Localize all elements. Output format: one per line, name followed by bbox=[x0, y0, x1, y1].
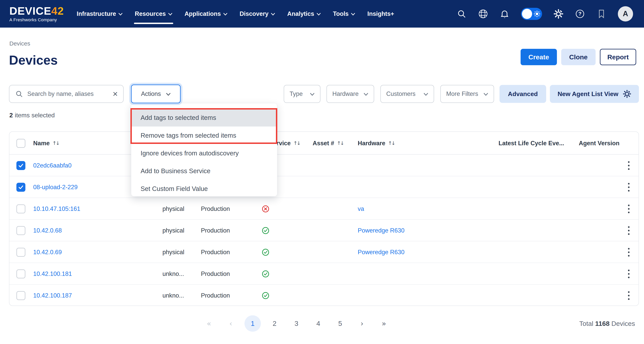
nav-item-infrastructure[interactable]: Infrastructure bbox=[77, 10, 123, 18]
table-header-row: Name↑↓ Type↑↓ Service Level↑↓ In Service… bbox=[9, 132, 638, 154]
devices-page: DEVICE42 A Freshworks Company Infrastruc… bbox=[0, 0, 644, 344]
hardware-filter-dropdown[interactable]: Hardware bbox=[326, 85, 374, 103]
column-header-agent-version: Agent Version bbox=[579, 132, 620, 154]
device-type: unkno... bbox=[162, 263, 184, 285]
row-checkbox[interactable] bbox=[16, 154, 26, 176]
column-header-name[interactable]: Name↑↓ bbox=[33, 132, 59, 154]
device-name-link[interactable]: 10.42.100.181 bbox=[33, 263, 72, 285]
device-type: physical bbox=[162, 220, 184, 241]
first-page-button[interactable]: « bbox=[201, 315, 217, 332]
hardware-link[interactable]: va bbox=[358, 198, 364, 220]
column-header-asset[interactable]: Asset #↑↓ bbox=[313, 132, 344, 154]
pagination: « ‹ 1 2 3 4 5 › » bbox=[201, 315, 392, 332]
bookmark-icon[interactable] bbox=[596, 9, 606, 19]
device-type: physical bbox=[162, 241, 184, 263]
last-page-button[interactable]: » bbox=[376, 315, 392, 332]
row-checkbox[interactable] bbox=[16, 285, 26, 306]
hardware-link[interactable]: Poweredge R630 bbox=[358, 220, 404, 241]
nav-item-tools[interactable]: Tools bbox=[333, 10, 355, 18]
total-devices-count: Total 1168 Devices bbox=[579, 320, 635, 328]
table-row: 02edc6aabfa0 bbox=[9, 154, 638, 176]
next-page-button[interactable]: › bbox=[354, 315, 370, 332]
chevron-down-icon bbox=[166, 93, 171, 96]
type-filter-dropdown[interactable]: Type bbox=[284, 85, 320, 103]
device-name-link[interactable]: 10.10.47.105:161 bbox=[33, 198, 80, 220]
actions-dropdown-menu: Add tags to selected items Remove tags f… bbox=[131, 103, 277, 196]
top-navbar: DEVICE42 A Freshworks Company Infrastruc… bbox=[0, 0, 644, 28]
nav-item-analytics[interactable]: Analytics bbox=[287, 10, 321, 18]
page-title: Devices bbox=[9, 53, 58, 68]
in-service-status-icon bbox=[262, 220, 270, 241]
device42-logo[interactable]: DEVICE42 A Freshworks Company bbox=[9, 5, 64, 22]
menu-item-remove-tags[interactable]: Remove tags from selected items bbox=[131, 126, 277, 144]
page-button-1[interactable]: 1 bbox=[244, 315, 261, 332]
search-input[interactable] bbox=[27, 90, 113, 98]
row-checkbox[interactable] bbox=[16, 263, 26, 285]
row-menu-kebab[interactable] bbox=[624, 220, 634, 241]
sort-icon[interactable]: ↑↓ bbox=[337, 140, 344, 146]
breadcrumb[interactable]: Devices bbox=[9, 40, 30, 47]
device-name-link[interactable]: 10.42.0.69 bbox=[33, 241, 62, 263]
page-button-2[interactable]: 2 bbox=[266, 315, 283, 332]
row-checkbox[interactable] bbox=[16, 220, 26, 241]
device-name-link[interactable]: 02edc6aabfa0 bbox=[33, 154, 72, 176]
row-menu-kebab[interactable] bbox=[624, 154, 634, 176]
table-row: 10.42.0.68 physical Production Poweredge… bbox=[9, 220, 638, 241]
menu-item-add-business-service[interactable]: Add to Business Service bbox=[131, 162, 277, 180]
actions-dropdown-button[interactable]: Actions bbox=[131, 84, 180, 103]
nav-item-applications[interactable]: Applications bbox=[184, 10, 228, 18]
clear-search-icon[interactable]: × bbox=[113, 90, 118, 98]
user-avatar[interactable]: A bbox=[618, 6, 633, 22]
table-row: 10.42.0.69 physical Production Poweredge… bbox=[9, 241, 638, 263]
chevron-down-icon bbox=[424, 93, 428, 96]
select-all-checkbox[interactable] bbox=[16, 132, 26, 154]
new-agent-list-view-button[interactable]: New Agent List View bbox=[550, 85, 639, 103]
page-button-5[interactable]: 5 bbox=[332, 315, 348, 332]
help-icon[interactable]: ? bbox=[575, 9, 585, 19]
row-menu-kebab[interactable] bbox=[624, 285, 634, 306]
search-box[interactable]: × bbox=[9, 85, 124, 103]
hardware-link[interactable]: Poweredge R630 bbox=[358, 241, 404, 263]
row-checkbox[interactable] bbox=[16, 241, 26, 263]
device-name-link[interactable]: 10.42.100.187 bbox=[33, 285, 72, 306]
service-level: Production bbox=[201, 241, 230, 263]
prev-page-button[interactable]: ‹ bbox=[222, 315, 239, 332]
device-name-link[interactable]: 08-upload-2-229 bbox=[33, 176, 78, 198]
menu-item-ignore-devices[interactable]: Ignore devices from autodiscovery bbox=[131, 144, 277, 162]
device-type: unkno... bbox=[162, 285, 184, 306]
nav-item-resources[interactable]: Resources bbox=[135, 10, 172, 18]
in-service-status-icon bbox=[262, 198, 270, 220]
chevron-down-icon bbox=[316, 13, 321, 16]
search-icon[interactable] bbox=[456, 9, 467, 19]
notifications-bell-icon[interactable] bbox=[500, 9, 510, 19]
gear-icon bbox=[623, 90, 631, 98]
advanced-button[interactable]: Advanced bbox=[500, 85, 546, 103]
row-checkbox[interactable] bbox=[16, 198, 26, 220]
sort-icon[interactable]: ↑↓ bbox=[388, 140, 395, 146]
clone-button[interactable]: Clone bbox=[561, 49, 596, 65]
globe-icon[interactable] bbox=[478, 9, 488, 19]
chevron-down-icon bbox=[364, 93, 368, 96]
row-menu-kebab[interactable] bbox=[624, 198, 634, 220]
settings-gear-icon[interactable] bbox=[554, 9, 564, 19]
page-button-3[interactable]: 3 bbox=[288, 315, 304, 332]
page-button-4[interactable]: 4 bbox=[310, 315, 326, 332]
row-menu-kebab[interactable] bbox=[624, 241, 634, 263]
more-filters-dropdown[interactable]: More Filters bbox=[440, 85, 494, 103]
chevron-down-icon bbox=[118, 13, 123, 16]
customers-filter-dropdown[interactable]: Customers bbox=[380, 85, 434, 103]
report-button[interactable]: Report bbox=[600, 49, 636, 65]
create-button[interactable]: Create bbox=[520, 49, 557, 65]
column-header-hardware[interactable]: Hardware↑↓ bbox=[358, 132, 395, 154]
menu-item-set-custom-field[interactable]: Set Custom Field Value bbox=[131, 180, 277, 198]
menu-item-add-tags[interactable]: Add tags to selected items bbox=[131, 109, 277, 126]
nav-item-discovery[interactable]: Discovery bbox=[240, 10, 275, 18]
row-menu-kebab[interactable] bbox=[624, 176, 634, 198]
theme-toggle[interactable] bbox=[521, 8, 542, 20]
row-menu-kebab[interactable] bbox=[624, 263, 634, 285]
sort-icon[interactable]: ↑↓ bbox=[52, 140, 59, 146]
sort-icon[interactable]: ↑↓ bbox=[293, 140, 300, 146]
row-checkbox[interactable] bbox=[16, 176, 26, 198]
device-name-link[interactable]: 10.42.0.68 bbox=[33, 220, 62, 241]
nav-item-insights[interactable]: Insights+ bbox=[367, 10, 394, 18]
